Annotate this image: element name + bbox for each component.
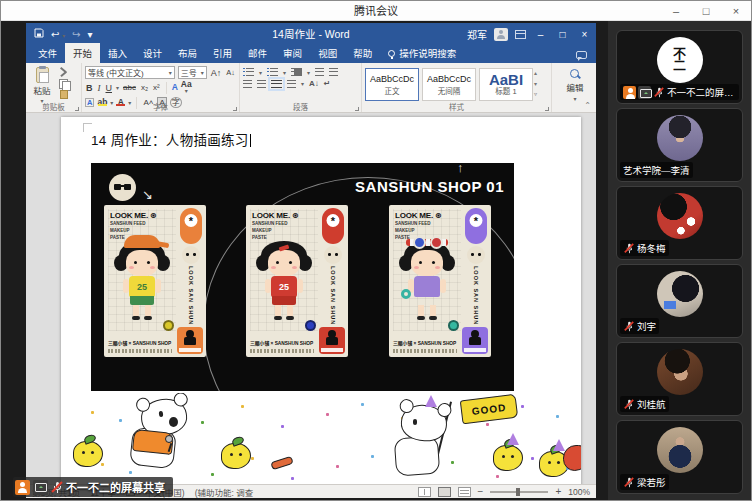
- comments-icon[interactable]: [576, 51, 587, 59]
- meeting-title: 腾讯会议: [1, 1, 751, 21]
- participant-tile[interactable]: 刘宇: [616, 264, 743, 338]
- participant-tile[interactable]: 杨冬梅: [616, 186, 743, 260]
- jersey-number: 25: [279, 282, 289, 292]
- subscript-button[interactable]: x₂: [140, 82, 149, 94]
- card-face-circle: [467, 246, 485, 264]
- celebration-artwork[interactable]: GOOD: [61, 393, 581, 484]
- character-leg: [145, 305, 151, 316]
- bold-button[interactable]: B: [85, 82, 94, 94]
- font-size-select[interactable]: 三号▾: [178, 66, 207, 79]
- word-minimize-button[interactable]: –: [533, 29, 548, 40]
- collapse-ribbon-icon[interactable]: ⌃: [584, 101, 591, 110]
- document-area[interactable]: 14 周作业：人物插画练习 ↘ ↑ SANSHUN SHOP 01 LOOK M…: [26, 113, 596, 484]
- user-avatar-icon[interactable]: [494, 28, 508, 41]
- zoom-slider[interactable]: [490, 491, 548, 493]
- card-footer: 三顺小铺 × SANSHUN SHOP: [250, 339, 316, 346]
- card-figure-badge: [177, 327, 203, 354]
- word-close-button[interactable]: ×: [577, 29, 592, 40]
- ribbon-tab-references[interactable]: 引用: [205, 43, 240, 63]
- sort-icon[interactable]: A↓: [309, 79, 319, 88]
- confetti: [91, 411, 94, 414]
- poster-cards: LOOK ME. ⊛ SANSHUN FEEDMAKEUPPASTE 25: [91, 163, 514, 391]
- font-name-select[interactable]: 等线 (中文正文)▾: [85, 66, 175, 79]
- italic-button[interactable]: I: [97, 82, 102, 94]
- styles-dialog-launcher[interactable]: [545, 107, 549, 111]
- tell-me-search[interactable]: 操作说明搜索: [380, 43, 464, 63]
- participant-tile[interactable]: 不 二 不一不二的屏幕共享: [616, 30, 743, 104]
- decrease-indent-icon[interactable]: [315, 68, 324, 76]
- mic-muted-icon: [624, 242, 634, 253]
- ribbon-tab-view[interactable]: 视图: [310, 43, 345, 63]
- styles-scroll[interactable]: ▴▾▿: [533, 65, 538, 101]
- word-restore-button[interactable]: □: [555, 29, 570, 40]
- accessibility-status[interactable]: (辅助功能: 调查: [195, 486, 254, 498]
- card-footer: 三顺小铺 × SANSHUN SHOP: [393, 339, 459, 346]
- participant-label: 杨冬梅: [620, 240, 669, 256]
- align-center-icon[interactable]: [257, 80, 266, 88]
- web-layout-button[interactable]: [458, 487, 471, 497]
- ribbon-tab-review[interactable]: 审阅: [275, 43, 310, 63]
- cut-icon[interactable]: [58, 68, 70, 77]
- multilevel-list-icon[interactable]: [291, 68, 302, 76]
- underline-button[interactable]: U: [105, 82, 114, 94]
- change-case-button[interactable]: Aa▾: [181, 81, 192, 95]
- participant-tile[interactable]: 刘桂航: [616, 342, 743, 416]
- meeting-minimize-button[interactable]: –: [661, 1, 691, 21]
- numbering-icon[interactable]: [267, 68, 278, 76]
- align-left-icon[interactable]: [243, 80, 252, 88]
- style-option[interactable]: AaBbCcDc无间隔: [422, 68, 476, 101]
- ribbon-tab-file[interactable]: 文件: [30, 43, 65, 63]
- editing-button[interactable]: 编辑 ▾: [555, 65, 595, 102]
- mic-muted-icon: [51, 481, 63, 494]
- superscript-button[interactable]: x²: [152, 82, 161, 94]
- justify-icon[interactable]: [271, 80, 282, 88]
- character-card: LOOK ME. ⊛ SANSHUN FEEDMAKEUPPASTE 25: [104, 205, 206, 357]
- format-painter-icon[interactable]: [58, 90, 70, 99]
- ribbon-tab-design[interactable]: 设计: [135, 43, 170, 63]
- style-option[interactable]: AaBbCcDc正文: [365, 68, 419, 101]
- ribbon-tab-insert[interactable]: 插入: [100, 43, 135, 63]
- participant-tile[interactable]: 梁若彤: [616, 420, 743, 494]
- line-spacing-icon[interactable]: [287, 80, 296, 88]
- ribbon-tab-layout[interactable]: 布局: [170, 43, 205, 63]
- participant-tile[interactable]: 艺术学院—李清: [616, 108, 743, 182]
- character-leg: [275, 305, 281, 316]
- increase-indent-icon[interactable]: [329, 68, 338, 76]
- word-titlebar: ↩ ▾ ↪ ▾ 14周作业 - Word 郑军 – □ ×: [26, 23, 596, 45]
- grow-font-button[interactable]: A↑: [210, 67, 223, 79]
- zoom-in-button[interactable]: +: [555, 486, 561, 497]
- copy-icon[interactable]: [58, 79, 70, 88]
- card-character: 25: [258, 237, 310, 327]
- style-option[interactable]: AaBI标题 1: [479, 68, 533, 101]
- zoom-out-button[interactable]: −: [478, 486, 484, 497]
- read-mode-button[interactable]: [418, 487, 431, 497]
- ribbon-display-options-icon[interactable]: [515, 30, 526, 39]
- ribbon-tab-home[interactable]: 开始: [65, 43, 100, 63]
- card-vertical-text: LOOK SAN SHUN: [188, 266, 194, 325]
- participant-avatar: [657, 193, 703, 239]
- document-page[interactable]: 14 周作业：人物插画练习 ↘ ↑ SANSHUN SHOP 01 LOOK M…: [61, 117, 581, 484]
- participant-avatar: [657, 271, 703, 317]
- paste-button[interactable]: 粘贴 ▾: [29, 65, 55, 104]
- zoom-level[interactable]: 100%: [568, 487, 590, 497]
- screen-share-icon: [638, 86, 651, 99]
- bullets-icon[interactable]: [243, 68, 254, 76]
- ribbon-tab-help[interactable]: 帮助: [345, 43, 380, 63]
- ribbon-tab-mailings[interactable]: 邮件: [240, 43, 275, 63]
- font-dialog-launcher[interactable]: [233, 107, 237, 111]
- character-arm: [297, 279, 303, 293]
- meeting-window-controls: – □ ×: [661, 1, 751, 21]
- print-layout-button[interactable]: [438, 487, 451, 497]
- poster-image[interactable]: ↘ ↑ SANSHUN SHOP 01 LOOK ME. ⊛ SANSHUN F…: [91, 163, 514, 391]
- shrink-font-button[interactable]: A↓: [225, 67, 236, 79]
- paragraph-dialog-launcher[interactable]: [355, 107, 359, 111]
- meeting-close-button[interactable]: ×: [721, 1, 751, 21]
- clipboard-dialog-launcher[interactable]: [75, 107, 79, 111]
- show-marks-icon[interactable]: ↵: [324, 79, 331, 88]
- participants-sidebar[interactable]: 不 二 不一不二的屏幕共享 艺术学院—李清 杨冬梅 刘宇: [608, 21, 751, 500]
- text-effects-button[interactable]: A: [172, 84, 178, 91]
- editing-group: 编辑 ▾: [552, 63, 598, 112]
- zoom-slider-thumb[interactable]: [516, 488, 520, 496]
- meeting-maximize-button[interactable]: □: [691, 1, 721, 21]
- strikethrough-button[interactable]: abc: [122, 82, 137, 94]
